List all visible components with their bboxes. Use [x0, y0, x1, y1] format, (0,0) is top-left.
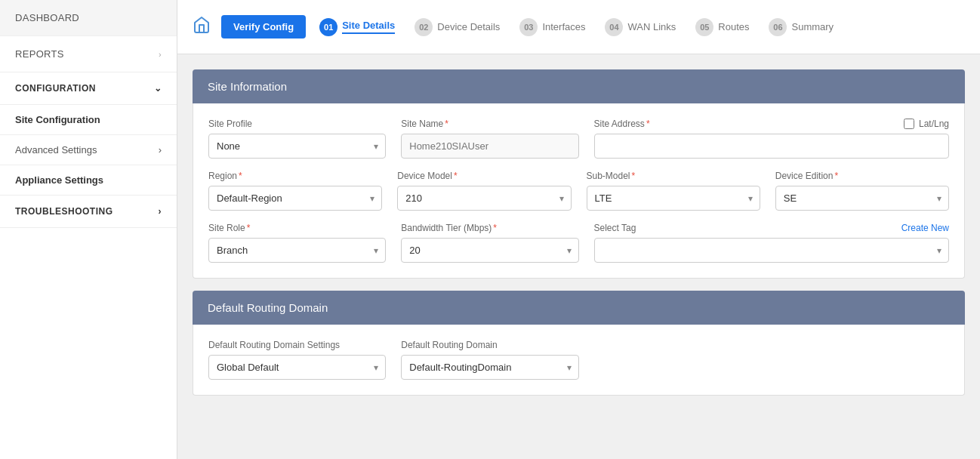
sidebar-scroll: DASHBOARD REPORTS › CONFIGURATION ⌄ Site…	[0, 0, 177, 459]
bandwidth-tier-select[interactable]: 20	[401, 238, 578, 263]
sidebar-item-configuration[interactable]: CONFIGURATION ⌄	[0, 72, 177, 105]
site-address-label: Site Address*	[594, 119, 650, 129]
bandwidth-tier-label: Bandwidth Tier (Mbps)*	[401, 223, 578, 233]
step-circle-5: 05	[695, 18, 713, 36]
default-routing-domain-section: Default Routing Domain Default Routing D…	[193, 291, 965, 396]
device-edition-select-wrap: SE	[775, 186, 949, 211]
sidebar-item-label: Appliance Settings	[15, 174, 103, 186]
sub-model-label: Sub-Model*	[587, 171, 760, 181]
site-role-group: Site Role* Branch	[208, 223, 386, 263]
default-routing-domain-form: Default Routing Domain Settings Global D…	[193, 325, 965, 396]
sub-model-select-wrap: LTE	[587, 186, 760, 211]
device-model-select-wrap: 210	[397, 186, 571, 211]
routing-domain-settings-select[interactable]: Global Default	[208, 355, 386, 380]
site-profile-group: Site Profile None	[208, 119, 386, 159]
site-name-group: Site Name*	[401, 119, 578, 159]
region-group: Region* Default-Region	[208, 171, 382, 211]
home-icon[interactable]	[193, 16, 211, 38]
step-routes[interactable]: 05 Routes	[689, 18, 755, 36]
site-role-select[interactable]: Branch	[208, 238, 386, 263]
site-information-form: Site Profile None Site Name*	[193, 103, 965, 279]
step-label-4: WAN Links	[627, 21, 676, 32]
lat-lng-wrap: Site Address* Lat/Lng	[594, 119, 950, 129]
form-row-1: Site Profile None Site Name*	[208, 119, 949, 159]
sidebar-item-advanced-settings[interactable]: Advanced Settings ›	[0, 135, 177, 165]
step-circle-4: 04	[605, 18, 623, 36]
device-model-group: Device Model* 210	[397, 171, 571, 211]
sidebar-item-troubleshooting[interactable]: TROUBLESHOOTING ›	[0, 196, 177, 228]
sidebar: DASHBOARD REPORTS › CONFIGURATION ⌄ Site…	[0, 0, 177, 459]
region-label: Region*	[208, 171, 382, 181]
sidebar-item-label: Site Configuration	[15, 114, 100, 125]
step-summary[interactable]: 06 Summary	[763, 18, 840, 36]
site-name-input[interactable]	[401, 134, 578, 159]
sidebar-item-reports[interactable]: REPORTS ›	[0, 36, 177, 72]
bandwidth-tier-select-wrap: 20	[401, 238, 578, 263]
step-circle-1: 01	[319, 18, 337, 36]
site-profile-select-wrap: None	[208, 134, 386, 159]
content-area: Site Information Site Profile None	[177, 54, 980, 459]
device-edition-group: Device Edition* SE	[775, 171, 949, 211]
main-content: Verify Config 01 Site Details 02 Device …	[177, 0, 980, 459]
site-role-label: Site Role*	[208, 223, 386, 233]
chevron-right-icon: ›	[159, 50, 162, 59]
routing-domain-select[interactable]: Default-RoutingDomain	[401, 355, 578, 380]
step-label-6: Summary	[791, 21, 834, 32]
step-label-3: Interfaces	[542, 21, 585, 32]
lat-lng-label: Lat/Lng	[919, 119, 949, 129]
sidebar-item-label: CONFIGURATION	[15, 83, 96, 94]
region-select[interactable]: Default-Region	[208, 186, 382, 211]
step-label-5: Routes	[718, 21, 749, 32]
site-role-select-wrap: Branch	[208, 238, 386, 263]
routing-domain-settings-group: Default Routing Domain Settings Global D…	[208, 340, 386, 380]
top-navigation: Verify Config 01 Site Details 02 Device …	[177, 0, 980, 54]
sidebar-item-label: TROUBLESHOOTING	[15, 206, 113, 217]
routing-domain-settings-select-wrap: Global Default	[208, 355, 386, 380]
verify-config-button[interactable]: Verify Config	[221, 15, 306, 39]
form-row-2: Region* Default-Region Device Model*	[208, 171, 949, 211]
site-address-input[interactable]: Bengaluru, Karnataka, India	[594, 134, 950, 159]
step-circle-2: 02	[414, 18, 433, 36]
site-name-label: Site Name*	[401, 119, 578, 129]
region-select-wrap: Default-Region	[208, 186, 382, 211]
device-edition-select[interactable]: SE	[775, 186, 949, 211]
step-circle-3: 03	[519, 18, 538, 36]
create-new-link[interactable]: Create New	[901, 223, 949, 233]
select-tag-select-wrap	[594, 238, 950, 263]
site-information-header: Site Information	[193, 69, 965, 103]
chevron-right-icon: ›	[159, 144, 162, 156]
step-site-details[interactable]: 01 Site Details	[313, 18, 401, 36]
routing-domain-label: Default Routing Domain	[401, 340, 578, 350]
sidebar-item-label: REPORTS	[15, 48, 64, 60]
step-label-2: Device Details	[437, 21, 500, 32]
lat-lng-checkbox[interactable]	[904, 119, 914, 129]
sidebar-item-label: DASHBOARD	[15, 12, 79, 23]
select-tag-select[interactable]	[594, 238, 950, 263]
step-wan-links[interactable]: 04 WAN Links	[599, 18, 682, 36]
step-label-1: Site Details	[342, 20, 395, 34]
form-row-3: Site Role* Branch Bandwidth Tier (Mbps)*	[208, 223, 949, 263]
routing-domain-select-wrap: Default-RoutingDomain	[401, 355, 578, 380]
device-model-select[interactable]: 210	[397, 186, 571, 211]
site-information-section: Site Information Site Profile None	[193, 69, 965, 279]
select-tag-group: Select Tag Create New	[594, 223, 950, 263]
routing-domain-row: Default Routing Domain Settings Global D…	[208, 340, 949, 380]
device-model-label: Device Model*	[397, 171, 571, 181]
sub-model-group: Sub-Model* LTE	[587, 171, 760, 211]
routing-domain-group: Default Routing Domain Default-RoutingDo…	[401, 340, 578, 380]
chevron-right-icon: ›	[159, 206, 162, 217]
device-edition-label: Device Edition*	[775, 171, 949, 181]
step-interfaces[interactable]: 03 Interfaces	[513, 18, 591, 36]
sidebar-item-site-configuration[interactable]: Site Configuration	[0, 105, 177, 135]
select-tag-label: Select Tag	[594, 223, 636, 233]
site-address-group: Site Address* Lat/Lng Bengaluru, Karnata…	[594, 119, 950, 159]
chevron-down-icon: ⌄	[154, 83, 162, 94]
step-circle-6: 06	[769, 18, 787, 36]
sidebar-item-label: Advanced Settings	[15, 144, 97, 156]
site-profile-select[interactable]: None	[208, 134, 386, 159]
default-routing-domain-header: Default Routing Domain	[193, 291, 965, 325]
sub-model-select[interactable]: LTE	[587, 186, 760, 211]
step-device-details[interactable]: 02 Device Details	[408, 18, 506, 36]
sidebar-item-appliance-settings[interactable]: Appliance Settings	[0, 165, 177, 196]
sidebar-item-dashboard[interactable]: DASHBOARD	[0, 0, 177, 36]
